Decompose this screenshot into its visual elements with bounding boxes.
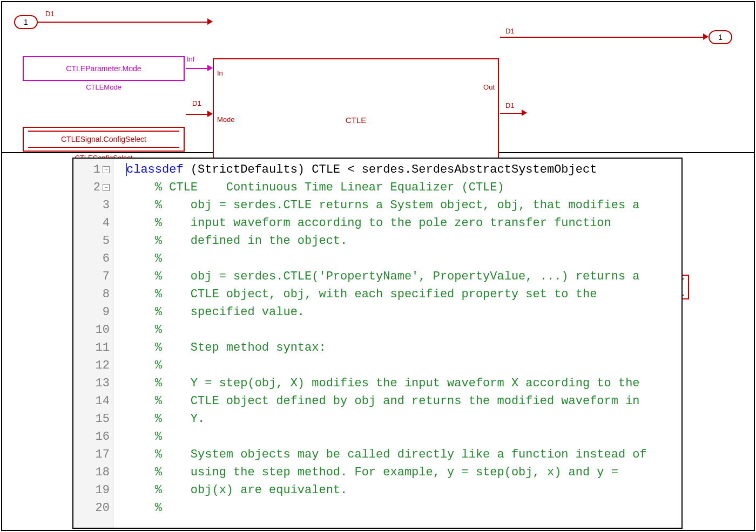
code-line[interactable]: % [126, 357, 681, 374]
param-mode-signal-label: Inf [187, 55, 194, 63]
line-number: 9 [73, 303, 113, 321]
code-editor[interactable]: 1−2−34567891011121314151617181920 classd… [72, 158, 683, 529]
line-number: 2− [73, 179, 113, 196]
code-line[interactable]: % Y. [126, 410, 681, 428]
wire-cfg [186, 114, 210, 115]
wire-mode [186, 68, 210, 69]
code-line[interactable]: % [126, 499, 681, 517]
line-number: 11 [73, 339, 113, 357]
code-line[interactable]: % [126, 321, 681, 339]
fold-toggle-icon[interactable]: − [103, 184, 110, 191]
code-line[interactable]: % obj(x) are equivalent. [126, 481, 681, 499]
line-number: 12 [73, 357, 113, 374]
ctle-title: CTLE [214, 115, 498, 125]
arrow-out [703, 33, 708, 40]
code-line[interactable]: % System objects may be called directly … [126, 446, 681, 463]
code-line[interactable]: % [126, 250, 681, 268]
param-mode-text: CTLEParameter.Mode [66, 64, 141, 73]
line-number: 1− [73, 161, 113, 179]
code-line[interactable]: % Y = step(obj, X) modifies the input wa… [126, 374, 681, 392]
code-line[interactable]: % CTLE object, obj, with each specified … [126, 285, 681, 303]
arrow-cfg-out [522, 110, 527, 116]
code-body[interactable]: classdef (StrictDefaults) CTLE < serdes.… [113, 159, 681, 528]
out-signal-label: D1 [505, 27, 515, 35]
code-line[interactable]: % CTLE object defined by obj and returns… [126, 392, 681, 410]
code-line[interactable]: % obj = serdes.CTLE returns a System obj… [126, 196, 681, 214]
fold-toggle-icon[interactable]: − [103, 166, 110, 173]
config-src-block[interactable]: CTLESignal.ConfigSelect CTLEConfigSelect [23, 127, 185, 152]
code-line[interactable]: % input waveform according to the pole z… [126, 214, 681, 232]
line-number: 18 [73, 463, 113, 481]
line-number: 3 [73, 196, 113, 214]
code-line[interactable]: classdef (StrictDefaults) CTLE < serdes.… [126, 161, 681, 179]
code-line[interactable]: % Step method syntax: [126, 339, 681, 357]
line-number: 20 [73, 499, 113, 517]
code-line[interactable]: % [126, 428, 681, 446]
code-line[interactable]: % CTLE Continuous Time Linear Equalizer … [126, 179, 681, 196]
line-number: 19 [73, 481, 113, 499]
outport-block[interactable]: 1 [708, 30, 732, 44]
inport-number: 1 [24, 18, 28, 26]
line-number: 8 [73, 285, 113, 303]
code-line[interactable]: % defined in the object. [126, 232, 681, 250]
code-line[interactable]: % using the step method. For example, y … [126, 463, 681, 481]
line-number: 15 [73, 410, 113, 428]
line-number: 10 [73, 321, 113, 339]
wire-cfg-out [500, 113, 524, 114]
line-number: 4 [73, 214, 113, 232]
simulink-diagram: 1 D1 CTLEParameter.Mode CTLEMode Inf CTL… [2, 2, 754, 153]
code-gutter: 1−2−34567891011121314151617181920 [73, 159, 113, 528]
port-in: In [217, 69, 223, 77]
line-number: 17 [73, 446, 113, 463]
inport-block[interactable]: 1 [14, 15, 38, 29]
arrow-cfg [207, 111, 213, 117]
line-number: 7 [73, 268, 113, 285]
outer-frame: 1 D1 CTLEParameter.Mode CTLEMode Inf CTL… [1, 1, 755, 531]
param-mode-block[interactable]: CTLEParameter.Mode CTLEMode [23, 56, 185, 81]
line-number: 16 [73, 428, 113, 446]
arrow-in [207, 18, 213, 25]
code-line[interactable]: % obj = serdes.CTLE('PropertyName', Prop… [126, 268, 681, 285]
config-src-text: CTLESignal.ConfigSelect [61, 135, 146, 144]
port-out: Out [483, 83, 495, 91]
line-number: 6 [73, 250, 113, 268]
line-number: 13 [73, 374, 113, 392]
line-number: 14 [73, 392, 113, 410]
config-src-signal-label: D1 [192, 99, 201, 107]
wire-out [500, 37, 705, 38]
line-number: 5 [73, 232, 113, 250]
arrow-mode [207, 65, 213, 71]
inport-signal-label: D1 [45, 10, 55, 18]
cfg-out-signal-label: D1 [505, 101, 515, 110]
param-mode-caption: CTLEMode [24, 83, 184, 91]
code-line[interactable]: % specified value. [126, 303, 681, 321]
wire-in [38, 22, 210, 23]
outport-number: 1 [718, 33, 723, 42]
